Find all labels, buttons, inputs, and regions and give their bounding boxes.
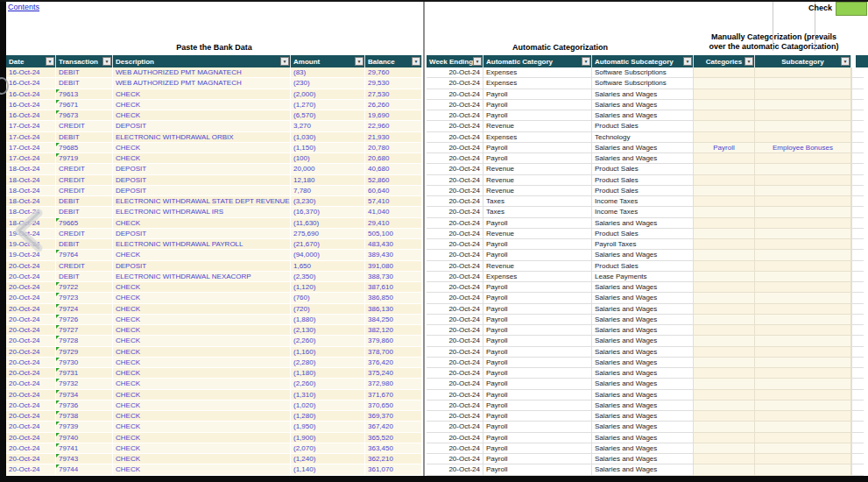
week-ending-cell[interactable]: 20-Oct-24 <box>427 110 483 121</box>
description-cell[interactable]: CHECK <box>113 218 291 229</box>
manual-category-cell[interactable] <box>694 78 755 89</box>
auto-subcategory-cell[interactable]: Salaries and Wages <box>592 433 694 443</box>
week-ending-cell[interactable]: 20-Oct-24 <box>427 272 483 282</box>
extra-column-cell[interactable] <box>851 358 864 368</box>
description-cell[interactable]: DEPOSIT <box>113 261 291 272</box>
balance-cell[interactable]: 40,680 <box>365 164 422 174</box>
auto-subcategory-cell[interactable]: Salaries and Wages <box>592 390 694 400</box>
transaction-cell[interactable]: DEBIT <box>56 78 113 89</box>
extra-column-cell[interactable] <box>851 229 864 239</box>
amount-cell[interactable]: 20,000 <box>291 164 365 174</box>
week-ending-cell[interactable]: 20-Oct-24 <box>427 325 483 336</box>
auto-subcategory-cell[interactable]: Salaries and Wages <box>592 293 694 303</box>
description-cell[interactable]: CHECK <box>113 304 291 315</box>
balance-cell[interactable]: 361,070 <box>365 464 422 475</box>
auto-subcategory-cell[interactable]: Salaries and Wages <box>592 325 694 336</box>
amount-cell[interactable]: (2,130) <box>291 325 365 336</box>
extra-column-cell[interactable] <box>851 443 864 454</box>
manual-subcategory-cell[interactable] <box>755 207 851 217</box>
auto-subcategory-cell[interactable]: Salaries and Wages <box>592 304 694 315</box>
transaction-cell[interactable]: 79722 <box>56 282 113 293</box>
auto-subcategory-cell[interactable]: Product Sales <box>592 164 694 174</box>
manual-subcategory-cell[interactable] <box>755 67 851 78</box>
manual-subcategory-cell[interactable] <box>755 325 851 336</box>
week-ending-cell[interactable]: 20-Oct-24 <box>427 315 483 325</box>
filter-dropdown-icon[interactable]: ▼ <box>683 57 692 66</box>
manual-category-cell[interactable] <box>694 67 755 78</box>
manual-subcategory-cell[interactable] <box>755 379 851 389</box>
date-cell[interactable]: 16-Oct-24 <box>6 100 56 110</box>
balance-cell[interactable]: 60,640 <box>365 186 422 196</box>
manual-subcategory-cell[interactable] <box>755 132 851 143</box>
date-cell[interactable]: 20-Oct-24 <box>6 443 56 454</box>
transaction-cell[interactable]: CREDIT <box>56 261 113 272</box>
balance-cell[interactable]: 382,120 <box>365 325 422 336</box>
balance-cell[interactable]: 20,780 <box>365 143 422 153</box>
auto-subcategory-cell[interactable]: Payroll Taxes <box>592 239 694 250</box>
transaction-cell[interactable]: 79685 <box>56 143 113 153</box>
manual-category-cell[interactable] <box>694 422 755 432</box>
date-cell[interactable]: 20-Oct-24 <box>6 433 56 443</box>
auto-category-cell[interactable]: Revenue <box>483 229 592 239</box>
date-cell[interactable]: 20-Oct-24 <box>6 411 56 422</box>
date-cell[interactable]: 20-Oct-24 <box>6 400 56 411</box>
extra-column-cell[interactable] <box>851 164 864 174</box>
manual-category-cell[interactable] <box>694 368 755 379</box>
manual-category-cell[interactable] <box>694 443 755 454</box>
extra-column-cell[interactable] <box>851 153 864 164</box>
transaction-cell[interactable]: 79723 <box>56 293 113 303</box>
amount-cell[interactable]: (1,120) <box>291 282 365 293</box>
date-cell[interactable]: 20-Oct-24 <box>6 422 56 432</box>
description-cell[interactable]: ELECTRONIC WITHDRAWAL ORBIX <box>113 132 291 143</box>
auto-subcategory-cell[interactable]: Salaries and Wages <box>592 89 694 100</box>
manual-subcategory-cell[interactable] <box>755 121 851 131</box>
auto-category-cell[interactable]: Payroll <box>483 325 592 336</box>
auto-category-cell[interactable]: Payroll <box>483 443 592 454</box>
auto-category-cell[interactable]: Payroll <box>483 218 592 229</box>
amount-cell[interactable]: 12,180 <box>291 175 365 186</box>
auto-subcategory-cell[interactable]: Product Sales <box>592 121 694 131</box>
description-cell[interactable]: ELECTRONIC WITHDRAWAL PAYROLL <box>113 239 291 250</box>
extra-column-cell[interactable] <box>851 325 864 336</box>
week-ending-cell[interactable]: 20-Oct-24 <box>427 132 483 143</box>
auto-subcategory-cell[interactable]: Software Subscriptions <box>592 67 694 78</box>
manual-subcategory-cell[interactable] <box>755 239 851 250</box>
extra-column-cell[interactable] <box>851 304 864 315</box>
transaction-cell[interactable]: 79732 <box>56 379 113 389</box>
week-ending-cell[interactable]: 20-Oct-24 <box>427 379 483 389</box>
manual-category-cell[interactable] <box>694 110 755 121</box>
extra-column-cell[interactable] <box>851 207 864 217</box>
week-ending-cell[interactable]: 20-Oct-24 <box>427 239 483 250</box>
amount-cell[interactable]: (94,000) <box>291 250 365 260</box>
transaction-cell[interactable]: 79726 <box>56 315 113 325</box>
manual-category-cell[interactable] <box>694 454 755 464</box>
transaction-cell[interactable]: DEBIT <box>56 196 113 207</box>
amount-cell[interactable]: (1,280) <box>291 411 365 422</box>
extra-column-cell[interactable] <box>851 400 864 411</box>
extra-column-cell[interactable] <box>851 390 864 400</box>
balance-cell[interactable]: 369,370 <box>365 411 422 422</box>
manual-subcategory-cell[interactable] <box>755 433 851 443</box>
manual-category-cell[interactable] <box>694 196 755 207</box>
amount-cell[interactable]: 275,690 <box>291 229 365 239</box>
auto-category-cell[interactable]: Payroll <box>483 422 592 432</box>
filter-dropdown-icon[interactable]: ▼ <box>355 57 363 66</box>
manual-subcategory-cell[interactable] <box>755 261 851 272</box>
auto-subcategory-cell[interactable]: Product Sales <box>592 175 694 186</box>
transaction-cell[interactable]: 79764 <box>56 250 113 260</box>
manual-subcategory-cell[interactable] <box>755 304 851 315</box>
amount-cell[interactable]: (1,880) <box>291 315 365 325</box>
auto-category-cell[interactable]: Payroll <box>483 315 592 325</box>
description-cell[interactable]: CHECK <box>113 400 291 411</box>
week-ending-cell[interactable]: 20-Oct-24 <box>427 293 483 303</box>
balance-cell[interactable]: 391,080 <box>365 261 422 272</box>
balance-cell[interactable]: 372,980 <box>365 379 422 389</box>
filter-dropdown-icon[interactable]: ▼ <box>412 57 420 66</box>
amount-cell[interactable]: (2,350) <box>291 272 365 282</box>
description-cell[interactable]: DEPOSIT <box>113 229 291 239</box>
week-ending-cell[interactable]: 20-Oct-24 <box>427 304 483 315</box>
amount-cell[interactable]: (1,270) <box>291 100 365 110</box>
manual-category-cell[interactable] <box>694 433 755 443</box>
amount-cell[interactable]: (1,180) <box>291 368 365 379</box>
transaction-cell[interactable]: 79738 <box>56 411 113 422</box>
